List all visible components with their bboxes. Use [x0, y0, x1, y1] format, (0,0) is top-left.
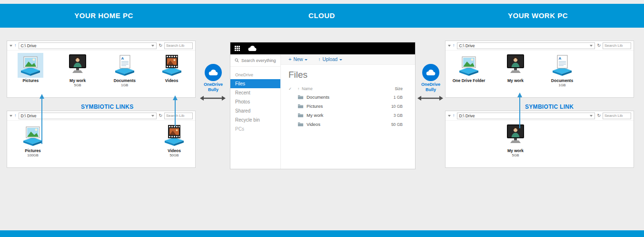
search-input[interactable]: Search Lib — [603, 113, 631, 119]
refresh-icon[interactable]: ↻ — [159, 43, 162, 48]
address-dropdown-icon[interactable] — [151, 115, 154, 117]
sidebar-item-recent[interactable]: Recent — [230, 88, 280, 97]
search-icon — [235, 58, 239, 62]
file-size: 100GB — [27, 153, 38, 157]
sidebar-item-photos[interactable]: Photos — [230, 97, 280, 106]
table-row-documents[interactable]: Documents 1 GB — [288, 93, 403, 102]
address-text: D:\ Drive — [459, 113, 475, 118]
diagram-canvas: YOUR HOME PC CLOUD YOUR WORK PC ↑ C:\ Dr… — [0, 0, 644, 237]
one-drive-folder-icon — [456, 53, 482, 78]
table-row-my-work[interactable]: My work 3 GB — [288, 111, 403, 120]
refresh-icon[interactable]: ↻ — [597, 113, 601, 118]
refresh-icon[interactable]: ↻ — [597, 43, 601, 48]
address-bar[interactable]: C:\ Drive — [457, 42, 595, 49]
onedrive-bully-icon — [422, 64, 439, 81]
file-size: 1GB — [558, 83, 565, 87]
sort-ascending-icon: ↑ — [297, 87, 299, 91]
file-item-documents[interactable]: Documents 1GB — [542, 53, 583, 87]
table-row-pictures[interactable]: Pictures 10 GB — [288, 102, 403, 111]
up-arrow-icon[interactable]: ↑ — [453, 43, 455, 48]
address-text: C:\ Drive — [21, 43, 37, 48]
header-your-work-pc: YOUR WORK PC — [471, 4, 604, 28]
documents-library-icon — [112, 53, 138, 78]
onedrive-cloud-logo-icon[interactable] — [248, 46, 257, 52]
onedrive-bully-icon — [205, 64, 222, 81]
file-item-videos[interactable]: Videos 50GB — [154, 123, 195, 157]
sync-arrow-pictures — [38, 93, 46, 145]
symbiotic-links-label: SYMBIOTIC LINKS — [81, 103, 134, 110]
back-chevron-icon[interactable] — [10, 45, 12, 47]
up-arrow-icon[interactable]: ↑ — [14, 43, 17, 48]
new-button-label: New — [293, 57, 303, 62]
file-label: Pictures — [25, 148, 41, 153]
table-row-videos[interactable]: Videos 50 GB — [288, 120, 403, 129]
address-bar[interactable]: D:\ Drive — [457, 113, 595, 119]
onedrive-bully-label: OneDrive Bully — [198, 82, 228, 93]
my-work-monitor-icon — [503, 53, 528, 78]
sync-arrow-my-work — [516, 92, 524, 129]
home-pc-drive-d-window: ↑ D:\ Drive ↻ Search Lib Pictures 100GB … — [7, 111, 196, 168]
search-input[interactable]: Search Lib — [164, 42, 193, 49]
name-column-header[interactable]: Name — [302, 86, 376, 91]
size-column-header[interactable]: Size — [378, 86, 403, 91]
address-row: ↑ D:\ Drive ↻ Search Lib — [446, 111, 634, 121]
file-item-pictures[interactable]: Pictures — [10, 53, 51, 87]
sidebar-item-onedrive[interactable]: OneDrive — [230, 71, 280, 79]
sidebar-item-shared[interactable]: Shared — [230, 106, 280, 115]
onedrive-titlebar — [230, 42, 415, 54]
new-button[interactable]: + New — [288, 57, 307, 62]
file-item-pictures[interactable]: Pictures 100GB — [12, 123, 53, 157]
file-label: Documents — [114, 78, 136, 83]
folder-icon — [297, 113, 304, 118]
file-item-documents[interactable]: Documents 1GB — [104, 53, 145, 87]
file-item-videos[interactable]: Videos — [151, 53, 192, 87]
address-dropdown-icon[interactable] — [151, 45, 154, 47]
back-chevron-icon[interactable] — [448, 45, 451, 47]
back-chevron-icon[interactable] — [10, 115, 12, 117]
file-label: My work — [507, 148, 524, 153]
back-chevron-icon[interactable] — [448, 115, 451, 117]
home-pc-drive-c-window: ↑ C:\ Drive ↻ Search Lib Pictures My wor… — [7, 41, 196, 98]
file-size: 5GB — [512, 153, 519, 157]
onedrive-toolbar: + New ↑ Upload — [281, 54, 415, 65]
chevron-down-icon — [339, 59, 342, 61]
upload-button-label: Upload — [322, 57, 337, 62]
address-dropdown-icon[interactable] — [590, 115, 593, 117]
file-size: 1GB — [121, 83, 128, 87]
file-size: 5GB — [74, 83, 81, 87]
address-dropdown-icon[interactable] — [590, 45, 593, 47]
address-text: C:\ Drive — [459, 43, 475, 48]
address-text: D:\ Drive — [21, 113, 37, 118]
file-item-my-work[interactable]: My work 5GB — [57, 53, 98, 87]
files-page-title: Files — [288, 70, 415, 80]
select-all-check-icon[interactable]: ✓ — [288, 86, 295, 91]
my-work-monitor-icon — [65, 53, 90, 78]
file-label: Videos — [168, 148, 181, 153]
sync-double-arrow — [417, 95, 444, 102]
address-row: ↑ D:\ Drive ↻ Search Lib — [7, 111, 195, 121]
sidebar-item-pcs[interactable]: PCs — [230, 124, 280, 134]
sidebar-item-recycle-bin[interactable]: Recycle bin — [230, 115, 280, 124]
address-bar[interactable]: C:\ Drive — [19, 42, 157, 49]
upload-button[interactable]: ↑ Upload — [318, 57, 342, 62]
bottom-banner — [0, 230, 644, 237]
sync-double-arrow — [199, 95, 226, 102]
up-arrow-icon[interactable]: ↑ — [453, 113, 455, 118]
app-launcher-waffle-icon[interactable] — [235, 46, 240, 51]
file-item-one-drive-folder[interactable]: One Drive Folder — [448, 53, 489, 87]
files-table: ✓ ↑ Name Size Documents 1 GB Pictures 10… — [288, 85, 403, 129]
file-size: 50GB — [169, 153, 178, 157]
address-row: ↑ C:\ Drive ↻ Search Lib — [446, 41, 634, 51]
file-label: Videos — [165, 78, 178, 83]
top-banner: YOUR HOME PC CLOUD YOUR WORK PC — [0, 4, 644, 28]
file-label: My work — [69, 78, 86, 83]
search-everything-input[interactable]: Search everything — [230, 54, 280, 67]
search-input[interactable]: Search Lib — [603, 42, 631, 49]
sidebar-item-files[interactable]: Files — [230, 79, 280, 88]
file-item-my-work[interactable]: My work — [495, 53, 536, 87]
refresh-icon[interactable]: ↻ — [159, 113, 162, 118]
folder-icon — [297, 94, 304, 100]
up-arrow-icon[interactable]: ↑ — [14, 113, 17, 118]
file-item-my-work[interactable]: My work 5GB — [495, 123, 536, 157]
table-header-row: ✓ ↑ Name Size — [288, 85, 403, 93]
